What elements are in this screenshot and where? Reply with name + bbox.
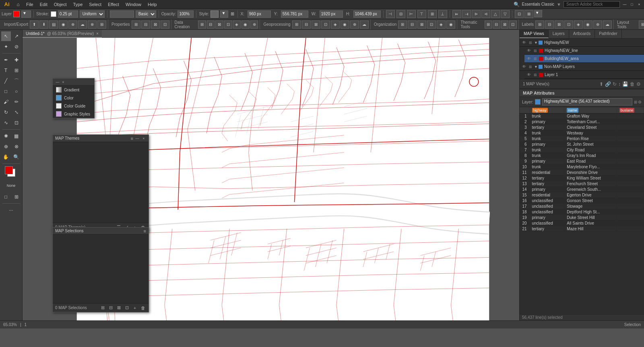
x-input[interactable] — [248, 10, 271, 18]
table-row[interactable]: 11 residential Devonshire Drive — [520, 170, 644, 176]
panel-close-btn2[interactable]: × — [141, 136, 146, 141]
lock-highwaynew[interactable]: ⊞ — [528, 40, 533, 45]
labels-btn4[interactable]: ⊡ — [564, 21, 573, 29]
geo-btn2[interactable]: ⊟ — [302, 21, 311, 29]
table-row[interactable]: 21 tertiary Maze Hill — [520, 226, 644, 232]
layer-select-dropdown[interactable]: HighwayNEW_line (56,437 selected) — [542, 98, 632, 105]
sel-icon1[interactable]: ⊞ — [99, 305, 106, 311]
save-icon[interactable]: 💾 — [622, 81, 628, 87]
panel-minimize-btn[interactable]: — — [55, 80, 60, 85]
w-input[interactable] — [320, 10, 343, 18]
table-row[interactable]: 18 unclassified Deptford High St... — [520, 209, 644, 215]
menu-window[interactable]: Window — [123, 1, 144, 8]
doc-tab-close[interactable]: × — [96, 31, 99, 36]
sel-icon4[interactable]: ⊡ — [124, 305, 130, 311]
menu-effect[interactable]: Effect — [105, 1, 122, 8]
attrs-icon2[interactable]: ⚙ — [638, 100, 642, 104]
dist-top-btn[interactable]: △ — [491, 10, 500, 18]
geo-btn1[interactable]: ⊞ — [292, 21, 301, 29]
stroke-swatch[interactable] — [51, 11, 56, 17]
menu-help[interactable]: Help — [145, 1, 160, 8]
tab-pathfinder[interactable]: Pathfinder — [595, 30, 622, 38]
more-tools-btn[interactable]: ··· — [6, 205, 16, 215]
geo-btn4[interactable]: ⊡ — [321, 21, 330, 29]
geo-btn8[interactable]: ☁ — [360, 21, 369, 29]
eye-nonmap[interactable]: 👁 — [521, 64, 527, 70]
table-row[interactable]: 1 trunk Grafton Way — [520, 114, 644, 119]
labels-btn7[interactable]: ⊕ — [593, 21, 602, 29]
org-btn3[interactable]: ⊠ — [417, 21, 426, 29]
stroke-profile-dropdown[interactable]: Basic — [136, 10, 156, 18]
rect-tool[interactable]: □ — [1, 87, 11, 96]
align-center-v-btn[interactable]: ⊞ — [428, 10, 437, 18]
pen-tool[interactable]: ✒ — [1, 55, 11, 65]
tab-artboards[interactable]: Artboards — [569, 30, 595, 38]
opacity-input[interactable] — [178, 10, 194, 18]
export-btn[interactable]: ⬇ — [39, 21, 48, 29]
direct-select-tool[interactable]: ↗ — [12, 31, 21, 41]
org-btn4[interactable]: ⊡ — [427, 21, 436, 29]
delete-sel-btn[interactable]: 🗑 — [140, 305, 146, 311]
line-tool[interactable]: ╱ — [1, 76, 11, 86]
canvas-area[interactable]: Untitled-1* @ 65.03% (RGB/Preview) × — [23, 30, 519, 320]
lock-nonmap[interactable]: ⊞ — [528, 64, 533, 70]
add-anchor-tool[interactable]: ✚ — [12, 55, 21, 65]
arrange-btn1[interactable]: ⊡ — [515, 10, 524, 18]
link-icon[interactable]: 🔗 — [605, 81, 611, 87]
menu-file[interactable]: File — [23, 1, 36, 8]
table-row[interactable]: 13 tertiary Fenchurch Street — [520, 181, 644, 187]
labels-btn8[interactable]: ☁ — [603, 21, 612, 29]
datacreate-btn7[interactable]: ⊕ — [250, 21, 258, 29]
table-row[interactable]: 8 trunk Gray's Inn Road — [520, 153, 644, 159]
minimize-button[interactable]: — — [622, 2, 627, 7]
menu-type[interactable]: Type — [70, 1, 86, 8]
labels-btn3[interactable]: ⊠ — [555, 21, 564, 29]
y-input[interactable] — [281, 10, 308, 18]
table-row[interactable]: 20 unclassified All Saints Drive — [520, 221, 644, 226]
org-btn6[interactable]: ◉ — [446, 21, 455, 29]
panel-min-btn2[interactable]: — — [135, 136, 140, 141]
eye-layer1[interactable]: 👁 — [526, 72, 532, 78]
dist-h-btn[interactable]: ⫢ — [452, 10, 461, 18]
geo-btn3[interactable]: ⊠ — [312, 21, 320, 29]
rotate-tool[interactable]: ↻ — [1, 107, 11, 117]
foreground-color-well[interactable] — [5, 166, 13, 174]
paintbrush-tool[interactable]: 🖌 — [1, 97, 11, 107]
labels-btn6[interactable]: ◉ — [584, 21, 592, 29]
tab-layers[interactable]: Layers — [549, 30, 569, 38]
align-top-btn[interactable]: ⊤ — [417, 10, 426, 18]
datacreate-btn5[interactable]: ◈ — [233, 21, 241, 29]
panel-close-btn[interactable]: × — [61, 80, 66, 85]
layout-btn1[interactable]: ⊞ — [639, 21, 644, 29]
free-transform-tool[interactable]: ⊡ — [12, 118, 21, 128]
align-center-h-btn[interactable]: ⊟ — [396, 10, 405, 18]
settings-icon[interactable]: ⚙ — [636, 81, 641, 87]
align-right-btn[interactable]: ⊢ — [407, 10, 416, 18]
menu-select[interactable]: Select — [86, 1, 104, 8]
table-row[interactable]: 15 residential Egerton Drive — [520, 192, 644, 198]
tab-map-views[interactable]: MAP Views — [520, 30, 549, 38]
style-dropdown[interactable]: ▼ — [220, 10, 228, 18]
sel-icon2[interactable]: ⊟ — [107, 305, 114, 311]
prop-btn1[interactable]: ⊞ — [132, 21, 140, 29]
table-row[interactable]: 19 primary Duke Street Hill — [520, 215, 644, 221]
layer-row-layer1[interactable]: 👁 ⊞ Layer 1 — [524, 71, 644, 79]
lasso-tool[interactable]: ⊘ — [12, 42, 21, 52]
table-row[interactable]: 7 trunk City Road — [520, 147, 644, 153]
menu-edit[interactable]: Edit — [37, 1, 50, 8]
home-icon[interactable]: ⌂ — [14, 0, 23, 9]
datacreate-btn6[interactable]: ◉ — [242, 21, 250, 29]
color-guide-item[interactable]: Color Guide — [53, 102, 94, 110]
org-btn5[interactable]: ◈ — [437, 21, 446, 29]
align-bottom-btn[interactable]: ⊥ — [438, 10, 447, 18]
import-btn7[interactable]: ⊞ — [97, 21, 106, 29]
dist-left-btn[interactable]: ⊳ — [472, 10, 481, 18]
expand-nonmap[interactable]: ▼ — [534, 65, 538, 69]
labels-btn5[interactable]: ◈ — [574, 21, 583, 29]
lock-highwaynewline[interactable]: ⊞ — [533, 48, 538, 54]
menu-object[interactable]: Object — [51, 1, 70, 8]
search-input[interactable] — [564, 1, 620, 8]
fill-swatch[interactable] — [13, 11, 20, 17]
table-row[interactable]: 6 primary St. John Street — [520, 142, 644, 147]
import-btn3[interactable]: ◉ — [59, 21, 68, 29]
